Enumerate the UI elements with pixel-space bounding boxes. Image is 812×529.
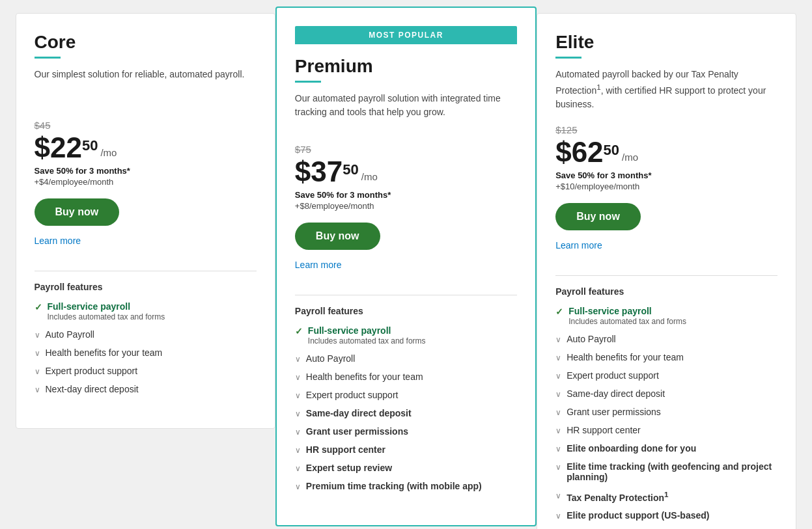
core-save-text: Save 50% for 3 months* xyxy=(35,166,257,176)
most-popular-banner: MOST POPULAR xyxy=(295,26,517,44)
elite-feature-4-label: Same-day direct deposit xyxy=(567,388,665,399)
elite-feature-8-label: Elite time tracking (with geofencing and… xyxy=(567,461,777,482)
chevron-icon-p6: ∨ xyxy=(295,446,301,455)
premium-feature-0: ✓ Full-service payroll Includes automate… xyxy=(295,325,517,346)
elite-feature-0-sub: Includes automated tax and forms xyxy=(568,317,686,326)
core-plan-divider xyxy=(35,57,61,59)
premium-feature-6-label: HR support center xyxy=(306,444,385,455)
core-feature-1: ∨ Auto Payroll xyxy=(35,329,257,340)
premium-learn-more-link[interactable]: Learn more xyxy=(295,260,342,270)
elite-plan-divider xyxy=(555,57,581,59)
elite-feature-7-label: Elite onboarding done for you xyxy=(567,443,696,454)
chevron-icon-e3: ∨ xyxy=(555,372,561,381)
premium-feature-0-sub: Includes automated tax and forms xyxy=(308,336,426,346)
core-plan-card: Core Our simplest solution for reliable,… xyxy=(16,13,275,429)
elite-features-list: ✓ Full-service payroll Includes automate… xyxy=(555,306,777,529)
core-feature-0-label: Full-service payroll xyxy=(48,301,165,312)
chevron-icon-2: ∨ xyxy=(35,349,40,358)
chevron-icon-p4: ∨ xyxy=(295,409,301,418)
premium-price-main: $37 xyxy=(295,157,343,186)
elite-price-per-mo: /mo xyxy=(622,152,638,163)
premium-price-cents: 50 xyxy=(343,161,358,178)
premium-feature-2: ∨ Health benefits for your team xyxy=(295,372,517,382)
elite-learn-more-link[interactable]: Learn more xyxy=(555,240,602,251)
check-icon-0: ✓ xyxy=(35,302,42,312)
elite-feature-9-label: Tax Penalty Protection1 xyxy=(567,490,668,503)
premium-feature-7: ∨ Expert setup review xyxy=(295,463,517,473)
elite-feature-10: ∨ Elite product support (US-based) xyxy=(555,510,777,521)
elite-feature-7: ∨ Elite onboarding done for you xyxy=(555,443,777,454)
core-original-price: $45 xyxy=(35,120,257,131)
chevron-icon-e7: ∨ xyxy=(555,444,561,454)
chevron-icon-e1: ∨ xyxy=(555,335,561,344)
elite-feature-0-label: Full-service payroll xyxy=(568,306,686,316)
chevron-icon-p3: ∨ xyxy=(295,391,301,400)
premium-feature-5-label: Grant user permissions xyxy=(306,426,408,437)
premium-per-employee: +$8/employee/month xyxy=(295,201,517,211)
premium-feature-0-label: Full-service payroll xyxy=(308,325,426,336)
premium-feature-4: ∨ Same-day direct deposit xyxy=(295,408,517,418)
premium-feature-8: ∨ Premium time tracking (with mobile app… xyxy=(295,481,517,491)
premium-buy-now-button[interactable]: Buy now xyxy=(295,223,380,250)
core-price-main: $22 xyxy=(35,133,82,162)
elite-feature-4: ∨ Same-day direct deposit xyxy=(555,388,777,399)
core-section-divider xyxy=(35,271,257,271)
elite-plan-description: Automated payroll backed by our Tax Pena… xyxy=(555,68,777,111)
core-feature-1-label: Auto Payroll xyxy=(46,329,94,340)
premium-plan-description: Our automated payroll solution with inte… xyxy=(295,92,517,131)
elite-feature-0: ✓ Full-service payroll Includes automate… xyxy=(555,306,777,326)
core-price-row: $22 50 /mo xyxy=(35,133,257,162)
elite-buy-now-button[interactable]: Buy now xyxy=(555,203,641,230)
premium-save-text: Save 50% for 3 months* xyxy=(295,190,517,200)
check-icon-p0: ✓ xyxy=(295,326,303,336)
premium-feature-8-label: Premium time tracking (with mobile app) xyxy=(306,481,482,491)
pricing-container: Core Our simplest solution for reliable,… xyxy=(16,13,797,529)
chevron-icon-e9: ∨ xyxy=(555,491,561,500)
chevron-icon-e8: ∨ xyxy=(555,463,561,472)
chevron-icon-p2: ∨ xyxy=(295,373,301,382)
elite-feature-2-label: Health benefits for your team xyxy=(567,352,684,362)
chevron-icon-3: ∨ xyxy=(35,367,40,376)
premium-plan-name: Premium xyxy=(295,56,517,77)
elite-save-text: Save 50% for 3 months* xyxy=(555,170,777,180)
core-feature-0: ✓ Full-service payroll Includes automate… xyxy=(35,301,257,321)
core-feature-4: ∨ Next-day direct deposit xyxy=(35,384,257,394)
core-plan-description: Our simplest solution for reliable, auto… xyxy=(35,68,257,107)
chevron-icon-p5: ∨ xyxy=(295,427,301,437)
chevron-icon-e4: ∨ xyxy=(555,390,561,399)
chevron-icon-e2: ∨ xyxy=(555,353,561,362)
elite-feature-1-label: Auto Payroll xyxy=(567,334,615,344)
premium-plan-divider xyxy=(295,81,321,83)
chevron-icon-p8: ∨ xyxy=(295,482,301,491)
premium-price-row: $37 50 /mo xyxy=(295,157,517,186)
core-buy-now-button[interactable]: Buy now xyxy=(35,198,120,226)
core-per-employee: +$4/employee/month xyxy=(35,177,257,187)
premium-plan-card: MOST POPULAR Premium Our automated payro… xyxy=(275,7,537,526)
elite-section-divider xyxy=(555,275,777,276)
premium-feature-1-label: Auto Payroll xyxy=(306,353,355,364)
core-feature-4-label: Next-day direct deposit xyxy=(46,384,139,394)
elite-feature-6: ∨ HR support center xyxy=(555,425,777,435)
elite-plan-card: Elite Automated payroll backed by our Ta… xyxy=(537,13,796,529)
elite-price-main: $62 xyxy=(555,138,603,167)
premium-feature-3: ∨ Expert product support xyxy=(295,390,517,400)
elite-original-price: $125 xyxy=(555,124,777,135)
elite-feature-3: ∨ Expert product support xyxy=(555,370,777,381)
core-feature-2: ∨ Health benefits for your team xyxy=(35,347,257,358)
elite-price-cents: 50 xyxy=(604,142,619,159)
premium-feature-1: ∨ Auto Payroll xyxy=(295,353,517,364)
chevron-icon-p1: ∨ xyxy=(295,355,301,364)
premium-original-price: $75 xyxy=(295,144,517,155)
core-learn-more-link[interactable]: Learn more xyxy=(35,236,81,246)
chevron-icon-e10: ∨ xyxy=(555,511,561,521)
core-plan-name: Core xyxy=(35,32,257,53)
premium-feature-2-label: Health benefits for your team xyxy=(306,372,423,382)
elite-feature-5-label: Grant user permissions xyxy=(567,407,661,417)
core-feature-0-sub: Includes automated tax and forms xyxy=(48,312,165,321)
elite-per-employee: +$10/employee/month xyxy=(555,182,777,191)
elite-feature-8: ∨ Elite time tracking (with geofencing a… xyxy=(555,461,777,482)
core-feature-3-label: Expert product support xyxy=(46,366,138,376)
premium-section-divider xyxy=(295,295,517,295)
elite-price-row: $62 50 /mo xyxy=(555,138,777,167)
chevron-icon-e6: ∨ xyxy=(555,426,561,435)
